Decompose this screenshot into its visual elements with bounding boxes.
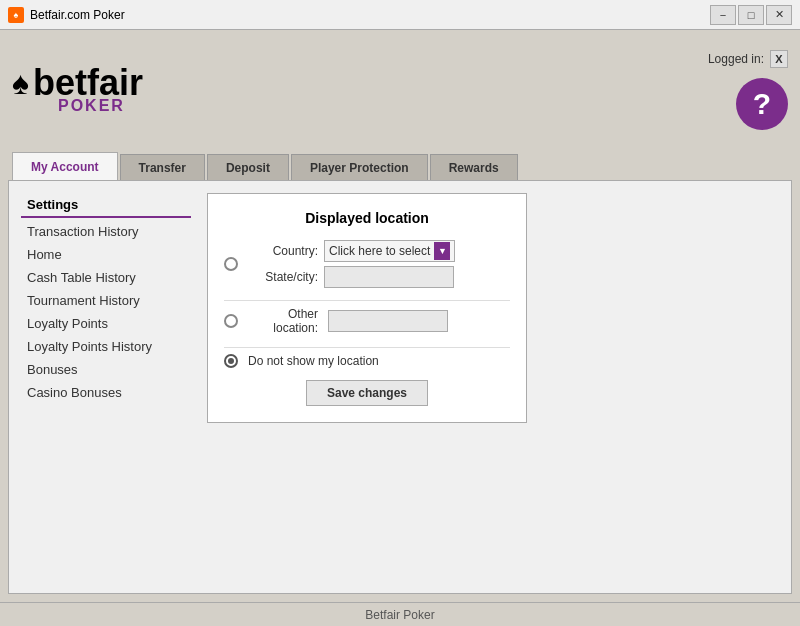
country-radio[interactable] [224, 257, 238, 271]
window-controls: − □ ✕ [710, 5, 792, 25]
close-button[interactable]: ✕ [766, 5, 792, 25]
country-option: Country: Click here to select ▼ State/ci… [224, 240, 510, 288]
content-area: Settings Transaction History Home Cash T… [8, 180, 792, 594]
no-show-option: Do not show my location [224, 354, 510, 368]
location-box: Displayed location Country: Click here t… [207, 193, 527, 423]
logged-in-label: Logged in: [708, 52, 764, 66]
no-show-label: Do not show my location [248, 354, 379, 368]
state-city-input[interactable] [324, 266, 454, 288]
header-right: Logged in: X ? [708, 50, 788, 130]
save-changes-button[interactable]: Save changes [306, 380, 428, 406]
country-select-text: Click here to select [329, 244, 430, 258]
main-window: ♠ betfair POKER Logged in: X ? My Accoun… [0, 30, 800, 626]
state-city-row: State/city: [248, 266, 510, 288]
maximize-button[interactable]: □ [738, 5, 764, 25]
country-select-arrow: ▼ [434, 242, 450, 260]
sidebar-item-loyalty-points-history[interactable]: Loyalty Points History [21, 335, 191, 358]
tab-rewards[interactable]: Rewards [430, 154, 518, 180]
header-close-button[interactable]: X [770, 50, 788, 68]
save-btn-area: Save changes [224, 380, 510, 406]
minimize-button[interactable]: − [710, 5, 736, 25]
other-location-option: Other location: [224, 307, 510, 335]
tab-transfer[interactable]: Transfer [120, 154, 205, 180]
help-button[interactable]: ? [736, 78, 788, 130]
country-row: Country: Click here to select ▼ [248, 240, 510, 262]
divider-1 [224, 300, 510, 301]
other-location-radio[interactable] [224, 314, 238, 328]
title-bar-left: ♠ Betfair.com Poker [8, 7, 125, 23]
logo-text: betfair [33, 65, 143, 101]
state-city-label: State/city: [248, 270, 318, 284]
sidebar-item-tournament-history[interactable]: Tournament History [21, 289, 191, 312]
sidebar: Settings Transaction History Home Cash T… [21, 193, 191, 581]
sidebar-item-cash-table-history[interactable]: Cash Table History [21, 266, 191, 289]
tab-player-protection[interactable]: Player Protection [291, 154, 428, 180]
logo: ♠ betfair [12, 65, 143, 101]
sidebar-item-bonuses[interactable]: Bonuses [21, 358, 191, 381]
logged-in-bar: Logged in: X [708, 50, 788, 68]
status-text: Betfair Poker [365, 608, 434, 622]
divider-2 [224, 347, 510, 348]
status-bar: Betfair Poker [0, 602, 800, 626]
country-select[interactable]: Click here to select ▼ [324, 240, 455, 262]
country-fields: Country: Click here to select ▼ State/ci… [248, 240, 510, 288]
location-title: Displayed location [224, 210, 510, 226]
logo-area: ♠ betfair POKER [12, 65, 143, 115]
sidebar-item-home[interactable]: Home [21, 243, 191, 266]
other-location-label: Other location: [248, 307, 318, 335]
other-location-input[interactable] [328, 310, 448, 332]
header: ♠ betfair POKER Logged in: X ? [0, 30, 800, 150]
window-title: Betfair.com Poker [30, 8, 125, 22]
tab-deposit[interactable]: Deposit [207, 154, 289, 180]
country-label: Country: [248, 244, 318, 258]
sidebar-item-casino-bonuses[interactable]: Casino Bonuses [21, 381, 191, 404]
no-show-radio[interactable] [224, 354, 238, 368]
tab-my-account[interactable]: My Account [12, 152, 118, 180]
title-bar: ♠ Betfair.com Poker − □ ✕ [0, 0, 800, 30]
sidebar-item-settings[interactable]: Settings [21, 193, 191, 218]
logo-poker: POKER [58, 97, 143, 115]
logo-symbol: ♠ [12, 67, 29, 99]
main-panel: Displayed location Country: Click here t… [207, 193, 779, 581]
nav-tabs: My Account Transfer Deposit Player Prote… [0, 150, 800, 180]
app-icon: ♠ [8, 7, 24, 23]
sidebar-item-loyalty-points[interactable]: Loyalty Points [21, 312, 191, 335]
sidebar-item-transaction-history[interactable]: Transaction History [21, 220, 191, 243]
